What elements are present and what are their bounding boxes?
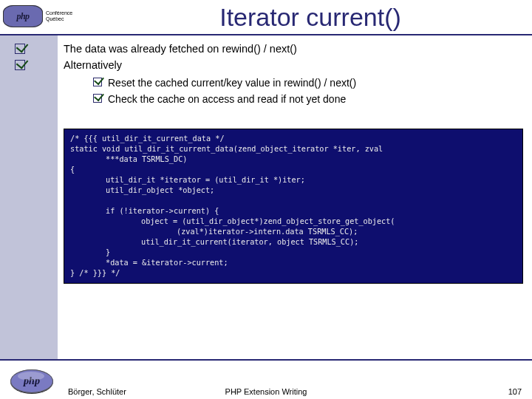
checkbox-icon [93,78,102,86]
sub-bullet-text: Check the cache on access and read if no… [108,92,346,106]
checkbox-icon [15,60,25,70]
footer-title: PHP Extension Writing [225,387,307,396]
checkbox-icon [15,44,25,54]
left-stripe [0,0,58,399]
slide: php Conférence Québec Iterator current()… [0,0,532,399]
bullet-item: The data was already fetched on rewind()… [64,41,522,56]
sub-bullet-item: Check the cache on access and read if no… [93,92,522,106]
php-logo-icon: php [10,369,53,393]
footer-authors: Börger, Schlüter [68,387,126,396]
bullet-text: The data was already fetched on rewind()… [64,41,297,56]
bullet-text: Alternatively [64,58,122,72]
bullet-item: Alternatively [64,58,522,72]
sub-bullet-list: Reset the cached current/key value in re… [93,75,522,106]
conference-logo: php Conférence Québec [3,1,77,31]
sub-bullet-text: Reset the cached current/key value in re… [108,75,356,90]
footer: php Börger, Schlüter PHP Extension Writi… [0,359,532,399]
slide-title: Iterator current() [96,3,525,32]
page-number: 107 [508,387,522,396]
topbar: php Conférence Québec Iterator current() [0,0,532,35]
php-badge-icon: php [3,5,43,27]
sub-bullet-item: Reset the cached current/key value in re… [93,75,522,90]
content-area: The data was already fetched on rewind()… [64,41,522,112]
conf-text-2: Québec [46,16,72,22]
code-block: /* {{{ util_dir_it_current_data */ stati… [64,129,523,284]
checkbox-icon [93,94,102,103]
conf-text-1: Conférence [46,10,72,16]
